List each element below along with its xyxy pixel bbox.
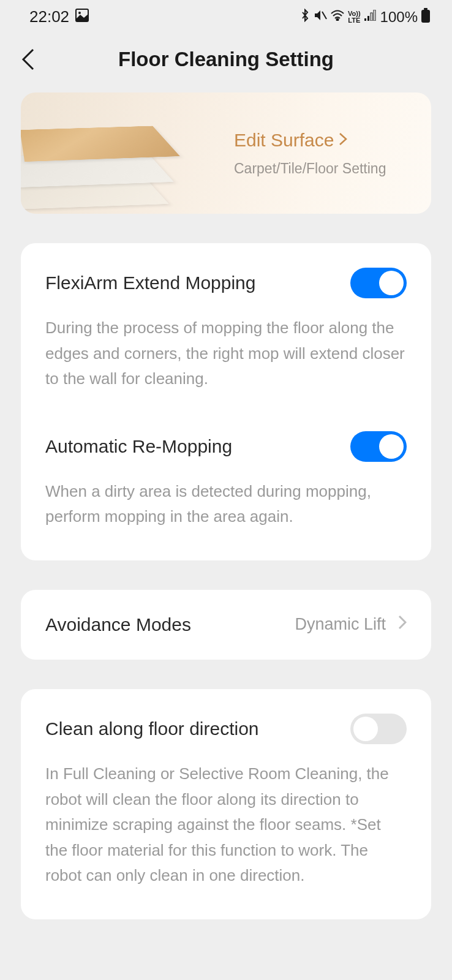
remopping-setting: Automatic Re-Mopping When a dirty area i… bbox=[45, 431, 407, 530]
svg-rect-4 bbox=[364, 18, 366, 21]
svg-point-3 bbox=[337, 19, 339, 21]
wifi-icon bbox=[331, 10, 344, 24]
status-time: 22:02 bbox=[29, 7, 69, 26]
clean-direction-description: In Full Cleaning or Selective Room Clean… bbox=[45, 761, 407, 889]
remopping-toggle[interactable] bbox=[350, 431, 407, 462]
svg-point-1 bbox=[78, 12, 81, 14]
remopping-title: Automatic Re-Mopping bbox=[45, 436, 232, 457]
status-right: Vo)) LTE 100% bbox=[300, 8, 430, 26]
bluetooth-icon bbox=[300, 9, 310, 25]
chevron-right-icon bbox=[339, 132, 347, 148]
signal-icon bbox=[364, 10, 377, 24]
mute-icon bbox=[314, 9, 327, 24]
volte-icon: Vo)) LTE bbox=[348, 10, 361, 24]
clean-direction-title: Clean along floor direction bbox=[45, 718, 259, 739]
svg-rect-8 bbox=[424, 8, 428, 10]
flexiarm-toggle[interactable] bbox=[350, 268, 407, 298]
page-title: Floor Cleaning Setting bbox=[36, 48, 416, 71]
clean-direction-setting: Clean along floor direction In Full Clea… bbox=[45, 714, 407, 889]
floor-layers-illustration bbox=[21, 107, 174, 205]
flexiarm-setting: FlexiArm Extend Mopping During the proce… bbox=[45, 268, 407, 392]
edit-surface-title: Edit Surface bbox=[234, 130, 334, 151]
page-header: Floor Cleaning Setting bbox=[0, 31, 452, 92]
avoidance-title: Avoidance Modes bbox=[45, 614, 191, 635]
status-left: 22:02 bbox=[29, 7, 89, 26]
avoidance-value: Dynamic Lift bbox=[295, 615, 386, 634]
remopping-description: When a dirty area is detected during mop… bbox=[45, 479, 407, 530]
chevron-right-icon bbox=[398, 615, 407, 634]
clean-direction-card: Clean along floor direction In Full Clea… bbox=[21, 689, 431, 919]
edit-surface-subtitle: Carpet/Tile/Floor Setting bbox=[234, 160, 386, 177]
svg-rect-6 bbox=[371, 13, 372, 21]
battery-icon bbox=[421, 8, 430, 26]
mopping-settings-card: FlexiArm Extend Mopping During the proce… bbox=[21, 243, 431, 560]
back-button[interactable] bbox=[21, 47, 36, 72]
status-bar: 22:02 Vo)) LTE 100% bbox=[0, 0, 452, 31]
svg-rect-5 bbox=[367, 16, 369, 21]
svg-line-2 bbox=[322, 12, 326, 19]
svg-rect-7 bbox=[374, 10, 375, 21]
avoidance-modes-row[interactable]: Avoidance Modes Dynamic Lift bbox=[21, 590, 431, 660]
svg-rect-9 bbox=[421, 10, 430, 23]
battery-percent: 100% bbox=[380, 9, 418, 26]
flexiarm-description: During the process of mopping the floor … bbox=[45, 315, 407, 392]
flexiarm-title: FlexiArm Extend Mopping bbox=[45, 273, 255, 293]
edit-surface-card[interactable]: Edit Surface Carpet/Tile/Floor Setting bbox=[21, 92, 431, 214]
clean-direction-toggle[interactable] bbox=[350, 714, 407, 744]
gallery-icon bbox=[75, 9, 89, 25]
